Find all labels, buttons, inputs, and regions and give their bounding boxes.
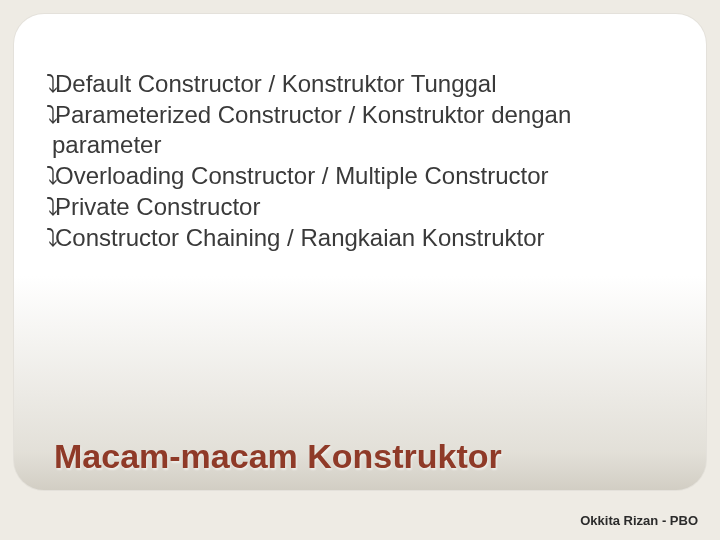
list-item-text: Parameterized Constructor / Konstruktor … bbox=[52, 101, 571, 159]
slide: ⤵Default Constructor / Konstruktor Tungg… bbox=[0, 0, 720, 540]
footer-text: Okkita Rizan - PBO bbox=[580, 513, 698, 528]
slide-title: Macam-macam Konstruktor bbox=[54, 437, 502, 476]
content-panel: ⤵Default Constructor / Konstruktor Tungg… bbox=[14, 14, 706, 490]
list-item: ⤵Parameterized Constructor / Konstruktor… bbox=[52, 100, 676, 161]
bullet-list: ⤵Default Constructor / Konstruktor Tungg… bbox=[14, 69, 706, 253]
list-item: ⤵Constructor Chaining / Rangkaian Konstr… bbox=[52, 223, 676, 254]
list-item-text: Constructor Chaining / Rangkaian Konstru… bbox=[55, 224, 545, 251]
list-item-text: Overloading Constructor / Multiple Const… bbox=[55, 162, 549, 189]
list-item-text: Private Constructor bbox=[55, 193, 260, 220]
list-item: ⤵Private Constructor bbox=[52, 192, 676, 223]
list-item-text: Default Constructor / Konstruktor Tungga… bbox=[55, 70, 497, 97]
list-item: ⤵Default Constructor / Konstruktor Tungg… bbox=[52, 69, 676, 100]
list-item: ⤵Overloading Constructor / Multiple Cons… bbox=[52, 161, 676, 192]
